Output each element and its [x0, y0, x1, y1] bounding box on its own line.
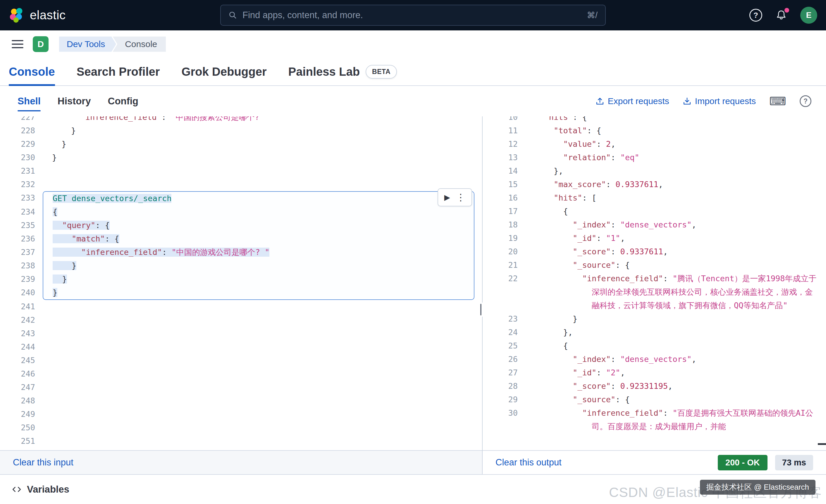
space-badge[interactable]: D	[33, 36, 49, 52]
code-token: "inference_field"	[81, 116, 162, 122]
code-token	[535, 395, 573, 404]
code-token: :	[611, 153, 621, 162]
code-line: 227 "inference_field": "中国的搜索公司是哪个? "	[0, 116, 482, 124]
code-content: "value": 2,	[525, 137, 818, 151]
code-line: 246	[0, 367, 482, 381]
elastic-brand[interactable]: elastic	[9, 7, 66, 23]
menu-icon[interactable]	[12, 40, 23, 48]
help-button[interactable]: ?	[749, 9, 762, 22]
code-content: "max_score": 0.9337611,	[525, 178, 818, 191]
code-token	[535, 193, 554, 202]
code-content	[43, 300, 474, 313]
scrollbar-thumb[interactable]	[818, 443, 826, 445]
code-token: 0.9337611	[615, 180, 658, 189]
request-menu-button[interactable]: ⋮	[456, 192, 465, 203]
export-requests-button[interactable]: Export requests	[595, 96, 669, 106]
breadcrumb: Dev Tools Console	[59, 37, 166, 52]
search-shortcut: ⌘/	[587, 10, 598, 20]
request-editor[interactable]: 227 "inference_field": "中国的搜索公司是哪个? "228…	[0, 116, 482, 450]
code-line: 28 "_score": 0.92331195,	[483, 379, 826, 393]
code-content: },	[525, 164, 818, 178]
code-token: "_source"	[573, 395, 615, 404]
code-token	[535, 234, 573, 243]
code-token: "中国的搜索公司是哪个? "	[171, 116, 269, 122]
line-number: 12	[483, 137, 525, 151]
code-content: }	[43, 259, 474, 272]
code-token: ,	[663, 247, 668, 256]
code-token: :	[162, 116, 171, 122]
line-number: 251	[0, 434, 43, 448]
tab-label: Console	[9, 65, 55, 78]
code-token	[53, 221, 62, 230]
code-content	[43, 178, 474, 191]
tab-history[interactable]: History	[58, 96, 91, 107]
tab-shell[interactable]: Shell	[17, 96, 41, 107]
notifications-button[interactable]	[775, 9, 787, 21]
line-number: 238	[0, 259, 43, 272]
line-number: 30	[483, 406, 525, 433]
tab-painless-lab[interactable]: Painless Lab BETA	[288, 58, 397, 85]
keyboard-shortcuts-button[interactable]: ⌨	[769, 94, 786, 108]
line-number: 243	[0, 327, 43, 340]
code-token: }	[52, 153, 57, 162]
code-token: "dense_vectors"	[621, 355, 692, 364]
code-line: 233GET dense_vectors/_search	[0, 191, 482, 205]
line-number: 25	[483, 339, 525, 353]
code-line: 18 "_index": "dense_vectors",	[483, 218, 826, 232]
line-number: 242	[0, 313, 43, 327]
code-line: 15 "max_score": 0.9337611,	[483, 178, 826, 191]
code-content: "match": {	[43, 232, 474, 246]
code-token: "hits"	[544, 116, 573, 122]
code-token	[535, 355, 573, 364]
tab-grok-debugger[interactable]: Grok Debugger	[181, 58, 267, 85]
code-content: "total": {	[525, 124, 818, 137]
code-token: "inference_field"	[582, 408, 663, 418]
search-placeholder: Find apps, content, and more.	[242, 10, 363, 20]
line-number: 229	[0, 137, 43, 151]
code-content: }	[43, 272, 474, 286]
breadcrumb-dev-tools[interactable]: Dev Tools	[59, 37, 116, 52]
code-line: 29 "_source": {	[483, 393, 826, 406]
code-line: 24 },	[483, 326, 826, 339]
line-number: 248	[0, 394, 43, 407]
code-content: }	[43, 151, 474, 164]
code-token: ,	[692, 355, 696, 364]
code-line: 232	[0, 178, 482, 191]
line-number: 241	[0, 300, 43, 313]
code-content: }	[525, 312, 818, 326]
app-root: elastic Find apps, content, and more. ⌘/…	[0, 0, 826, 504]
clear-output-button[interactable]: Clear this output	[495, 457, 562, 468]
import-requests-button[interactable]: Import requests	[683, 96, 756, 106]
tab-search-profiler[interactable]: Search Profiler	[77, 58, 160, 85]
code-content: {	[43, 205, 474, 219]
code-line: 229 }	[0, 137, 482, 151]
code-content: "inference_field": "百度是拥有强大互联网基础的领先AI公司。…	[525, 406, 818, 433]
code-line: 238 }	[0, 259, 482, 272]
response-viewer[interactable]: 10 "hits": {11 "total": {12 "value": 2,1…	[483, 116, 826, 450]
code-token: ,	[658, 180, 663, 189]
tab-label: Grok Debugger	[181, 65, 267, 78]
code-line: 228 }	[0, 124, 482, 137]
global-search-input[interactable]: Find apps, content, and more. ⌘/	[220, 5, 606, 26]
tab-console[interactable]: Console	[9, 58, 55, 85]
code-content: "_id": "1",	[525, 232, 818, 245]
clear-input-button[interactable]: Clear this input	[13, 457, 73, 468]
line-number: 27	[483, 366, 525, 379]
code-line: 19 "_id": "1",	[483, 232, 826, 245]
code-content: "inference_field": "腾讯（Tencent）是一家1998年成…	[525, 272, 818, 312]
line-number: 18	[483, 218, 525, 232]
send-request-button[interactable]: ▶	[444, 193, 450, 202]
tab-config[interactable]: Config	[108, 96, 138, 107]
code-line: 241	[0, 300, 482, 313]
code-token	[53, 248, 81, 257]
user-avatar[interactable]: E	[800, 7, 817, 24]
export-label: Export requests	[608, 96, 669, 106]
console-help-button[interactable]: ?	[800, 95, 811, 107]
line-number: 26	[483, 353, 525, 366]
code-token: }	[52, 139, 66, 148]
breadcrumb-console: Console	[113, 37, 166, 52]
code-content: "_id": "2",	[525, 366, 818, 379]
code-line: 23 }	[483, 312, 826, 326]
code-line: 247	[0, 381, 482, 394]
search-icon	[228, 11, 237, 19]
